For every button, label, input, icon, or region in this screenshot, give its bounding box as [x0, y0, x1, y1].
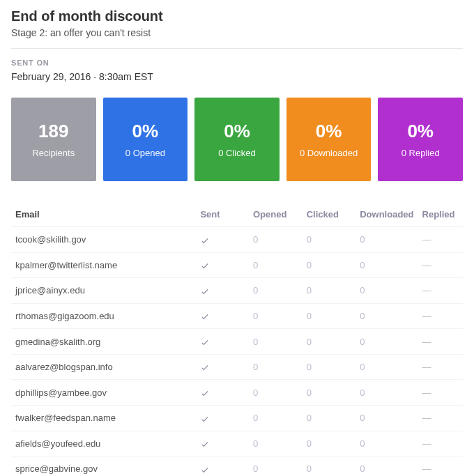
cell-email: fwalker@feedspan.name [11, 405, 196, 431]
check-icon [200, 388, 210, 398]
table-row[interactable]: jprice@ainyx.edu000— [11, 278, 463, 304]
stat-card-opened[interactable]: 0% 0 Opened [103, 98, 188, 181]
cell-email: kpalmer@twitterlist.name [11, 252, 196, 278]
cell-sent [196, 303, 249, 329]
cell-opened: 0 [249, 278, 303, 304]
cell-clicked: 0 [303, 329, 356, 355]
stat-cards: 189 Recipients 0% 0 Opened 0% 0 Clicked … [11, 98, 463, 181]
check-icon [200, 236, 210, 245]
cell-email: rthomas@gigazoom.edu [11, 303, 196, 329]
check-icon [200, 261, 210, 270]
cell-email: gmedina@skalith.org [11, 329, 196, 355]
check-icon [200, 286, 210, 296]
col-header-replied[interactable]: Replied [418, 202, 463, 227]
cell-downloaded: 0 [356, 227, 418, 253]
campaign-title: End of month discount [11, 8, 463, 24]
cell-replied: — [418, 227, 463, 253]
check-icon [200, 465, 210, 475]
cell-replied: — [418, 380, 463, 406]
stat-card-recipients[interactable]: 189 Recipients [11, 98, 96, 181]
cell-sent [196, 329, 249, 355]
stat-value: 0% [316, 121, 342, 142]
cell-sent [196, 456, 249, 476]
cell-opened: 0 [249, 303, 303, 329]
table-header-row: Email Sent Opened Clicked Downloaded Rep… [11, 202, 463, 227]
cell-clicked: 0 [303, 354, 356, 380]
col-header-sent[interactable]: Sent [196, 202, 249, 227]
cell-sent [196, 252, 249, 278]
cell-opened: 0 [249, 329, 303, 355]
stat-card-downloaded[interactable]: 0% 0 Downloaded [286, 98, 372, 181]
col-header-email[interactable]: Email [11, 202, 196, 227]
cell-sent [196, 405, 249, 431]
stat-card-replied[interactable]: 0% 0 Replied [378, 98, 463, 181]
stat-value: 189 [38, 121, 68, 142]
cell-sent [196, 380, 249, 406]
cell-clicked: 0 [303, 278, 356, 304]
col-header-downloaded[interactable]: Downloaded [356, 202, 418, 227]
cell-clicked: 0 [303, 303, 356, 329]
cell-downloaded: 0 [356, 329, 418, 355]
cell-email: dphillips@yambee.gov [11, 380, 196, 406]
sent-on-value: February 29, 2016 · 8:30am EST [11, 71, 463, 82]
cell-replied: — [418, 354, 463, 380]
col-header-clicked[interactable]: Clicked [303, 202, 356, 227]
cell-replied: — [418, 431, 463, 456]
cell-opened: 0 [249, 354, 303, 380]
stat-label: 0 Downloaded [300, 148, 358, 158]
cell-opened: 0 [249, 227, 303, 253]
campaign-subtitle: Stage 2: an offer you can't resist [11, 27, 463, 38]
cell-email: tcook@skilith.gov [11, 227, 196, 253]
table-row[interactable]: sprice@gabvine.gov000— [11, 456, 463, 476]
cell-downloaded: 0 [356, 278, 418, 304]
cell-replied: — [418, 278, 463, 304]
cell-opened: 0 [249, 252, 303, 278]
check-icon [200, 414, 210, 424]
stat-label: 0 Clicked [218, 148, 255, 158]
cell-opened: 0 [249, 456, 303, 476]
cell-opened: 0 [249, 431, 303, 456]
cell-replied: — [418, 329, 463, 355]
cell-clicked: 0 [303, 227, 356, 253]
cell-downloaded: 0 [356, 405, 418, 431]
cell-downloaded: 0 [356, 303, 418, 329]
cell-replied: — [418, 303, 463, 329]
table-row[interactable]: kpalmer@twitterlist.name000— [11, 252, 463, 278]
col-header-opened[interactable]: Opened [249, 202, 303, 227]
stat-value: 0% [224, 121, 250, 142]
table-row[interactable]: rthomas@gigazoom.edu000— [11, 303, 463, 329]
cell-downloaded: 0 [356, 380, 418, 406]
stat-label: 0 Opened [125, 148, 165, 158]
table-row[interactable]: afields@youfeed.edu000— [11, 431, 463, 456]
table-row[interactable]: fwalker@feedspan.name000— [11, 405, 463, 431]
table-row[interactable]: dphillips@yambee.gov000— [11, 380, 463, 406]
table-row[interactable]: tcook@skilith.gov000— [11, 227, 463, 253]
cell-clicked: 0 [303, 380, 356, 406]
cell-sent [196, 431, 249, 456]
check-icon [200, 362, 210, 372]
table-row[interactable]: aalvarez@blogspan.info000— [11, 354, 463, 380]
cell-downloaded: 0 [356, 354, 418, 380]
cell-downloaded: 0 [356, 456, 418, 476]
cell-email: sprice@gabvine.gov [11, 456, 196, 476]
stat-value: 0% [132, 121, 159, 142]
cell-clicked: 0 [303, 252, 356, 278]
stat-label: 0 Replied [402, 148, 440, 158]
check-icon [200, 439, 210, 449]
check-icon [200, 312, 210, 321]
cell-sent [196, 227, 249, 253]
stat-card-clicked[interactable]: 0% 0 Clicked [194, 98, 280, 181]
cell-opened: 0 [249, 405, 303, 431]
divider [11, 48, 463, 49]
sent-on-label: SENT ON [11, 59, 463, 67]
stat-value: 0% [407, 121, 434, 142]
cell-downloaded: 0 [356, 431, 418, 456]
cell-email: afields@youfeed.edu [11, 431, 196, 456]
table-row[interactable]: gmedina@skalith.org000— [11, 329, 463, 355]
cell-clicked: 0 [303, 456, 356, 476]
check-icon [200, 337, 210, 347]
recipients-table: Email Sent Opened Clicked Downloaded Rep… [11, 202, 463, 476]
cell-clicked: 0 [303, 405, 356, 431]
cell-replied: — [418, 456, 463, 476]
cell-clicked: 0 [303, 431, 356, 456]
